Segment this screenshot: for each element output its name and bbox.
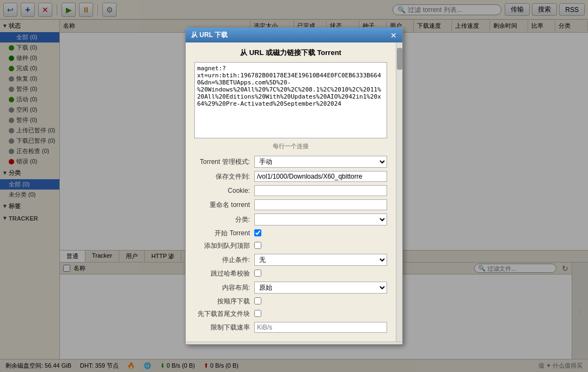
dialog-scrollbar[interactable] [396, 42, 402, 341]
url-download-dialog: 从 URL 下载 ✕ 从 URL 或磁力链接下载 Torrent magnet:… [185, 27, 403, 345]
form-control-skip-hash [254, 270, 387, 278]
form-row-skip-hash: 跳过哈希校验 [194, 269, 387, 278]
form-control-start [254, 229, 387, 238]
form-control-layout: 原始 子文件夹 无子文件夹 [254, 282, 387, 294]
form-label-first-last: 先下载首尾文件块 [194, 309, 254, 319]
form-label-save: 保存文件到: [194, 172, 254, 181]
dialog-body: 从 URL 或磁力链接下载 Torrent magnet:?xt=urn:bti… [186, 42, 396, 341]
form-row-first-last: 先下载首尾文件块 [194, 309, 387, 319]
form-control-stop: 无 元数据接收 任意文件首块 [254, 254, 387, 266]
form-row-stop: 停止条件: 无 元数据接收 任意文件首块 [194, 254, 387, 266]
form-label-mode: Torrent 管理模式: [194, 157, 254, 167]
form-row-layout: 内容布局: 原始 子文件夹 无子文件夹 [194, 282, 387, 294]
stop-select[interactable]: 无 元数据接收 任意文件首块 [254, 254, 387, 266]
form-control-save [254, 171, 387, 182]
mode-select[interactable]: 手动 自动 [254, 156, 387, 168]
form-row-limit: 限制下载速率 [194, 322, 387, 333]
form-label-start: 开始 Torrent [194, 229, 254, 238]
add-top-checkbox[interactable] [254, 242, 261, 249]
dialog-bottom-bar [186, 341, 402, 344]
form-row-cookie: Cookie: [194, 185, 387, 196]
save-path-input[interactable] [254, 171, 387, 182]
dialog-close-btn[interactable]: ✕ [390, 32, 397, 39]
rename-input[interactable] [254, 199, 387, 210]
dialog-content: 从 URL 或磁力链接下载 Torrent magnet:?xt=urn:bti… [186, 42, 396, 341]
form-row-add-top: 添加到队列顶部 [194, 241, 387, 251]
form-row-save: 保存文件到: [194, 171, 387, 182]
form-row-rename: 重命名 torrent [194, 199, 387, 210]
start-checkbox[interactable] [254, 229, 261, 236]
form-row-sequential: 按顺序下载 [194, 297, 387, 306]
form-control-first-last [254, 310, 387, 319]
form-label-category: 分类: [194, 215, 254, 224]
dialog-overlay: 从 URL 下载 ✕ 从 URL 或磁力链接下载 Torrent magnet:… [0, 0, 588, 372]
sequential-checkbox[interactable] [254, 297, 261, 304]
form-control-category [254, 214, 387, 225]
scrollbar-thumb[interactable] [397, 48, 402, 70]
form-row-start: 开始 Torrent [194, 229, 387, 238]
cookie-input[interactable] [254, 185, 387, 196]
form-control-mode: 手动 自动 [254, 156, 387, 168]
form-label-limit: 限制下载速率 [194, 323, 254, 332]
form-label-sequential: 按顺序下载 [194, 297, 254, 306]
dialog-title: 从 URL 下载 [191, 31, 228, 40]
dialog-inner: 从 URL 或磁力链接下载 Torrent magnet:?xt=urn:bti… [186, 42, 402, 341]
dialog-subtitle: 从 URL 或磁力链接下载 Torrent [194, 48, 387, 58]
form-control-rename [254, 199, 387, 210]
form-row-category: 分类: [194, 214, 387, 225]
form-label-skip-hash: 跳过哈希校验 [194, 269, 254, 278]
form-label-add-top: 添加到队列顶部 [194, 241, 254, 251]
form-control-cookie [254, 185, 387, 196]
dialog-titlebar: 从 URL 下载 ✕ [186, 28, 402, 42]
first-last-checkbox[interactable] [254, 310, 261, 317]
layout-select[interactable]: 原始 子文件夹 无子文件夹 [254, 282, 387, 294]
form-label-layout: 内容布局: [194, 283, 254, 292]
form-control-limit [254, 322, 387, 333]
form-label-cookie: Cookie: [194, 187, 254, 194]
dialog-hint: 每行一个连接 [194, 142, 387, 150]
form-row-mode: Torrent 管理模式: 手动 自动 [194, 156, 387, 168]
form-control-sequential [254, 297, 387, 306]
skip-hash-checkbox[interactable] [254, 270, 261, 277]
form-label-rename: 重命名 torrent [194, 200, 254, 210]
form-control-add-top [254, 242, 387, 251]
url-textarea[interactable]: magnet:?xt=urn:btih:196782B00178E34E1961… [194, 62, 387, 138]
limit-input[interactable] [254, 322, 387, 333]
form-label-stop: 停止条件: [194, 255, 254, 265]
category-select[interactable] [254, 214, 387, 225]
